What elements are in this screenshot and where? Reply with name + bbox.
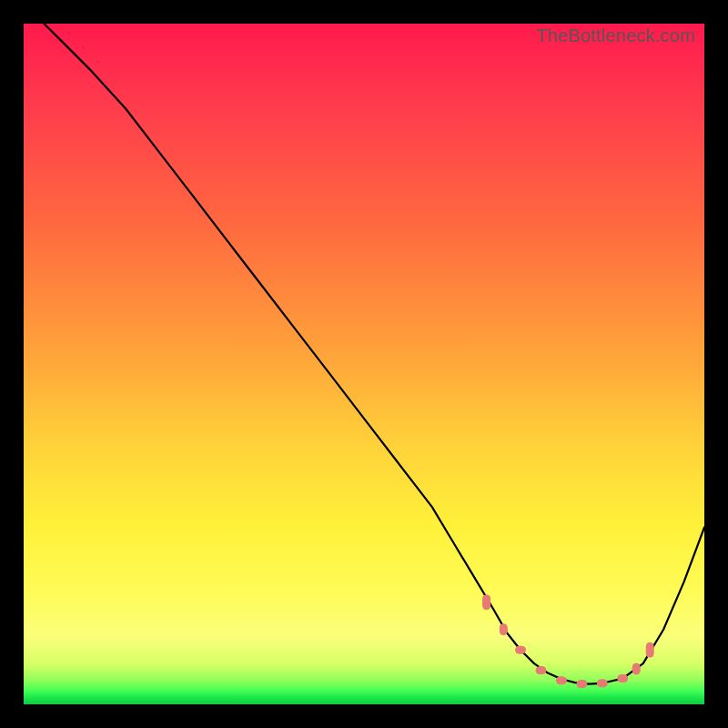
marker-dot — [597, 680, 607, 687]
marker-dot — [483, 595, 490, 610]
marker-dot — [577, 681, 587, 688]
marker-dot — [500, 624, 507, 635]
marker-dot — [618, 675, 628, 682]
marker-dot — [556, 677, 566, 684]
chart-svg — [24, 24, 704, 704]
marker-dot — [632, 663, 640, 674]
marker-dot — [646, 642, 653, 657]
bottleneck-curve — [44, 24, 704, 684]
chart-frame: TheBottleneck.com — [0, 0, 728, 728]
marker-dot — [536, 667, 546, 674]
marker-dot — [516, 646, 526, 653]
chart-plot-area: TheBottleneck.com — [24, 24, 704, 704]
